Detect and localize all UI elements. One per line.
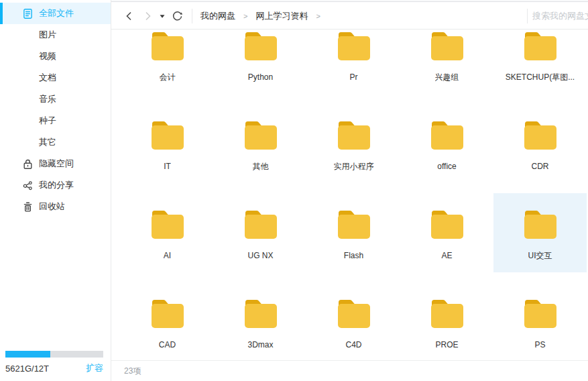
- folder-item[interactable]: UG NX: [214, 193, 307, 272]
- search-divider: [527, 9, 528, 23]
- folder-label: Flash: [344, 251, 363, 261]
- sidebar-item-videos[interactable]: 视频: [0, 46, 111, 67]
- folder-icon: [243, 296, 278, 329]
- folder-icon: [337, 207, 371, 239]
- folder-item[interactable]: Flash: [307, 193, 400, 272]
- sidebar-item-recycle-bin[interactable]: 回收站: [0, 196, 111, 217]
- forward-icon: [142, 11, 153, 21]
- sidebar: 全部文件 图片 视频 文档 音乐 种子 其它 隐藏空间 我的分享 回收站 562…: [0, 0, 111, 381]
- folder-label: CAD: [159, 340, 176, 350]
- expand-storage-link[interactable]: 扩容: [86, 362, 103, 374]
- folder-item[interactable]: 其他: [214, 104, 307, 183]
- folder-item[interactable]: IT: [121, 104, 214, 183]
- folder-item[interactable]: PS: [493, 282, 587, 360]
- forward-button[interactable]: [142, 11, 153, 21]
- item-count-label: 23项: [124, 366, 141, 377]
- search-box: [527, 3, 588, 29]
- sidebar-item-label: 种子: [39, 115, 56, 127]
- history-dropdown-button[interactable]: [159, 13, 166, 19]
- file-grid-area: 会计 Python Pr 兴趣组: [111, 30, 588, 360]
- folder-icon: [337, 296, 371, 329]
- folder-icon: [150, 296, 185, 329]
- folder-grid: 会计 Python Pr 兴趣组: [121, 30, 587, 360]
- folder-label: CDR: [532, 162, 549, 172]
- sidebar-item-music[interactable]: 音乐: [0, 89, 111, 110]
- folder-item[interactable]: UI交互: [493, 193, 587, 272]
- folder-item[interactable]: CAD: [121, 282, 214, 360]
- folder-item[interactable]: Pr: [307, 30, 400, 94]
- sidebar-item-label: 回收站: [39, 201, 65, 213]
- folder-item[interactable]: PROE: [400, 282, 493, 360]
- back-button[interactable]: [124, 11, 135, 21]
- back-icon: [124, 11, 135, 21]
- breadcrumb: 我的网盘>网上学习资料>: [200, 10, 329, 22]
- folder-icon: [523, 207, 558, 239]
- sidebar-item-torrents[interactable]: 种子: [0, 110, 111, 131]
- folder-icon: [150, 30, 185, 61]
- folder-label: PS: [534, 340, 545, 350]
- folder-icon: [337, 30, 371, 61]
- folder-label: PROE: [435, 340, 458, 350]
- search-input[interactable]: [532, 11, 588, 21]
- folder-icon: [243, 118, 278, 150]
- folder-label: 3Dmax: [247, 340, 273, 350]
- chevron-down-icon: [159, 13, 166, 19]
- sidebar-item-pictures[interactable]: 图片: [0, 24, 111, 46]
- folder-item[interactable]: 会计: [121, 30, 214, 94]
- status-bar: 23项: [111, 360, 588, 381]
- folder-icon: [150, 118, 185, 150]
- toolbar: 我的网盘>网上学习资料>: [111, 0, 588, 30]
- folder-label: Python: [248, 72, 273, 83]
- breadcrumb-separator: >: [243, 12, 247, 20]
- folder-label: 会计: [160, 72, 176, 83]
- folder-item[interactable]: AE: [400, 193, 493, 272]
- folder-label: SKETCHUP(草图...: [506, 72, 575, 83]
- folder-icon: [150, 207, 185, 239]
- folder-item[interactable]: 3Dmax: [214, 282, 307, 360]
- trash-icon: [22, 201, 34, 213]
- sidebar-item-my-shares[interactable]: 我的分享: [0, 174, 111, 196]
- sidebar-item-label: 我的分享: [39, 179, 74, 191]
- folder-icon: [243, 30, 278, 61]
- refresh-icon: [172, 10, 183, 21]
- folder-label: 实用小程序: [334, 162, 374, 172]
- folder-label: UG NX: [247, 251, 273, 261]
- sidebar-item-others[interactable]: 其它: [0, 131, 111, 153]
- folder-item[interactable]: 兴趣组: [400, 30, 493, 94]
- folder-item[interactable]: 实用小程序: [307, 104, 400, 183]
- files-icon: [22, 8, 34, 19]
- folder-label: AE: [441, 251, 452, 261]
- breadcrumb-item[interactable]: 我的网盘: [200, 10, 235, 22]
- sidebar-item-documents[interactable]: 文档: [0, 67, 111, 89]
- folder-icon: [430, 296, 465, 329]
- folder-item[interactable]: Python: [214, 30, 307, 94]
- folder-label: AI: [164, 251, 171, 261]
- sidebar-item-label: 图片: [39, 29, 56, 41]
- toolbar-divider: [192, 9, 192, 23]
- breadcrumb-item[interactable]: 网上学习资料: [255, 10, 308, 22]
- refresh-button[interactable]: [172, 10, 183, 21]
- folder-item[interactable]: C4D: [307, 282, 400, 360]
- sidebar-item-hidden-space[interactable]: 隐藏空间: [0, 153, 111, 174]
- folder-item[interactable]: CDR: [493, 104, 587, 183]
- sidebar-item-label: 全部文件: [39, 7, 74, 19]
- folder-item[interactable]: SKETCHUP(草图...: [493, 30, 587, 94]
- folder-icon: [523, 296, 558, 329]
- folder-label: 兴趣组: [435, 72, 459, 83]
- sidebar-item-label: 其它: [39, 136, 56, 148]
- sidebar-item-all-files[interactable]: 全部文件: [0, 3, 111, 24]
- storage-panel: 5621G/12T 扩容: [5, 351, 103, 374]
- storage-quota-bar: [5, 351, 103, 358]
- folder-item[interactable]: office: [400, 104, 493, 183]
- folder-label: office: [437, 162, 456, 172]
- lock-icon: [22, 158, 34, 170]
- storage-quota-fill: [5, 351, 50, 358]
- folder-label: Pr: [350, 72, 358, 83]
- folder-icon: [523, 118, 558, 150]
- folder-icon: [430, 30, 465, 61]
- sidebar-item-label: 文档: [39, 72, 56, 84]
- folder-item[interactable]: AI: [121, 193, 214, 272]
- folder-icon: [523, 30, 558, 61]
- sidebar-item-label: 音乐: [39, 93, 56, 105]
- folder-icon: [243, 207, 278, 239]
